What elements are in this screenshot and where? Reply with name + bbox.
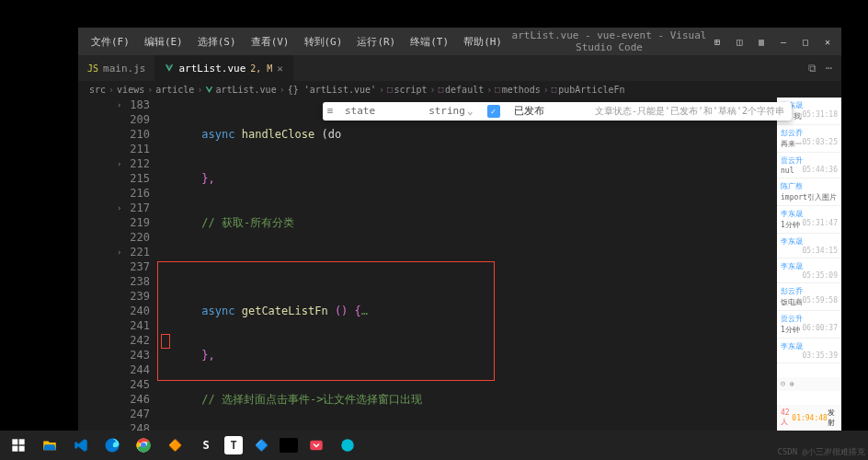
app-icon[interactable]: 🔶 xyxy=(162,432,188,458)
chat-message[interactable]: 李东晟05:35:09 xyxy=(777,259,841,283)
app-icon[interactable] xyxy=(335,432,360,458)
menu-goto[interactable]: 转到(G) xyxy=(299,33,348,51)
highlight-marker xyxy=(161,334,170,349)
tag-icon: ⬚ xyxy=(439,85,443,94)
prop-value: 已发布 xyxy=(514,104,544,119)
chat-message[interactable]: 李东晟03:35:39 xyxy=(777,339,841,363)
chevron-down-icon[interactable]: ⌄ xyxy=(467,104,474,119)
chat-message[interactable]: 彭云乔05:03:25再来一个bug就跑 xyxy=(777,125,841,153)
menu-view[interactable]: 查看(V) xyxy=(246,33,295,51)
layout2-icon[interactable]: ◫ xyxy=(733,35,746,48)
chrome-icon[interactable] xyxy=(131,432,156,458)
menu-file[interactable]: 文件(F) xyxy=(86,33,135,51)
pocket-icon[interactable] xyxy=(303,432,329,458)
typora-icon[interactable]: S xyxy=(193,432,219,458)
viewer-count: 42人 xyxy=(781,408,792,427)
highlight-box xyxy=(157,261,495,381)
maximize-icon[interactable]: □ xyxy=(799,35,812,48)
start-icon[interactable] xyxy=(6,432,31,458)
layout-icon[interactable]: ⊞ xyxy=(711,35,724,48)
vscode-icon[interactable] xyxy=(68,432,94,458)
code-content[interactable]: async handleClose (do }, // 获取-所有分类 asyn… xyxy=(157,98,777,431)
prop-type: string xyxy=(428,104,465,119)
menu-run[interactable]: 运行(R) xyxy=(351,33,401,51)
minimize-icon[interactable]: — xyxy=(777,35,790,48)
edge-icon[interactable] xyxy=(99,432,125,458)
svg-rect-17 xyxy=(19,446,25,452)
send-button[interactable]: 发射 xyxy=(828,408,838,428)
window-title: artList.vue - vue-event - Visual Studio … xyxy=(511,29,707,53)
typora-icon[interactable]: T xyxy=(224,436,243,454)
breadcrumb[interactable]: src› views› article› artList.vue› {} 'ar… xyxy=(78,81,841,98)
vue-icon xyxy=(165,63,174,73)
chat-message[interactable]: 李东晟05:31:471分钟 xyxy=(777,206,841,234)
chat-message[interactable]: 陈广蔡import引入图片 xyxy=(777,178,841,206)
chat-footer: ☺ ⊕ xyxy=(777,377,841,391)
method-icon: ⬚ xyxy=(495,85,499,94)
layout3-icon[interactable]: ▥ xyxy=(755,35,768,48)
svg-rect-21 xyxy=(310,441,323,451)
chat-message[interactable]: 贾云升05:44:36nul xyxy=(777,153,841,178)
tag-icon: ⬚ xyxy=(387,85,392,94)
tab-label: artList.vue xyxy=(178,63,246,75)
vue-icon xyxy=(205,86,213,94)
menu-icon[interactable]: ≡ xyxy=(323,104,337,119)
code-editor[interactable]: ›183 209 210 211 ›212 215 216 ›217 219 2… xyxy=(115,98,777,431)
tab-modified-label: 2, M xyxy=(250,63,272,74)
svg-rect-15 xyxy=(19,439,25,444)
editor-tabs: JS main.js artList.vue 2, M ✕ ⧉ ⋯ xyxy=(78,55,841,81)
titlebar: 文件(F) 编辑(E) 选择(S) 查看(V) 转到(G) 运行(R) 终端(T… xyxy=(78,28,841,55)
close-icon[interactable]: ✕ xyxy=(821,35,834,48)
menu-terminal[interactable]: 终端(T) xyxy=(405,33,454,51)
emoji-icon[interactable]: ☺ ⊕ xyxy=(781,380,794,388)
svg-rect-16 xyxy=(12,446,17,452)
line-gutter: ›183 209 210 211 ›212 215 216 ›217 219 2… xyxy=(115,98,157,431)
watermark: CSDN @小三岁很难搭克 xyxy=(777,447,865,457)
method-icon: ⬚ xyxy=(552,85,556,94)
js-icon: JS xyxy=(87,63,98,74)
split-editor-icon[interactable]: ⧉ xyxy=(808,62,817,75)
tab-label: main.js xyxy=(103,63,145,75)
chat-message[interactable]: 彭云乔05:59:58饭电商个文章健康vs·形容词要点打杂 xyxy=(777,283,841,311)
menu-edit[interactable]: 编辑(E) xyxy=(139,33,188,51)
terminal-icon[interactable] xyxy=(280,438,298,453)
tab-artlist[interactable]: artList.vue 2, M ✕ xyxy=(155,55,293,81)
tab-mainjs[interactable]: JS main.js xyxy=(78,55,155,81)
app-icon[interactable]: 🔷 xyxy=(248,432,274,458)
chat-panel: 李东晟05:31:183: 我回来 彭云乔05:03:25再来一个bug就跑 贾… xyxy=(777,98,841,431)
explorer-icon[interactable] xyxy=(37,432,63,458)
menu-select[interactable]: 选择(S) xyxy=(192,33,242,51)
chat-message[interactable]: 贾云升06:00:371分钟 xyxy=(777,311,841,339)
tab-close-icon[interactable]: ✕ xyxy=(277,63,283,75)
svg-rect-14 xyxy=(12,439,17,444)
prop-name: state xyxy=(337,104,383,119)
windows-taskbar: 🔶 S T 🔷 xyxy=(0,431,868,460)
chat-time: 01:94:48 xyxy=(792,414,828,422)
check-icon: ✓ xyxy=(487,105,500,118)
menu-help[interactable]: 帮助(H) xyxy=(458,33,508,51)
chat-message[interactable]: 李东晟05:34:15 xyxy=(777,234,841,259)
type-hint-popup: ≡ state string ⌄ ✓ 已发布 文章状态-只能是'已发布'和'草稿… xyxy=(323,102,792,121)
prop-description: 文章状态-只能是'已发布'和'草稿'2个字符串 xyxy=(595,104,784,119)
svg-point-22 xyxy=(341,439,354,452)
more-icon[interactable]: ⋯ xyxy=(826,62,832,75)
